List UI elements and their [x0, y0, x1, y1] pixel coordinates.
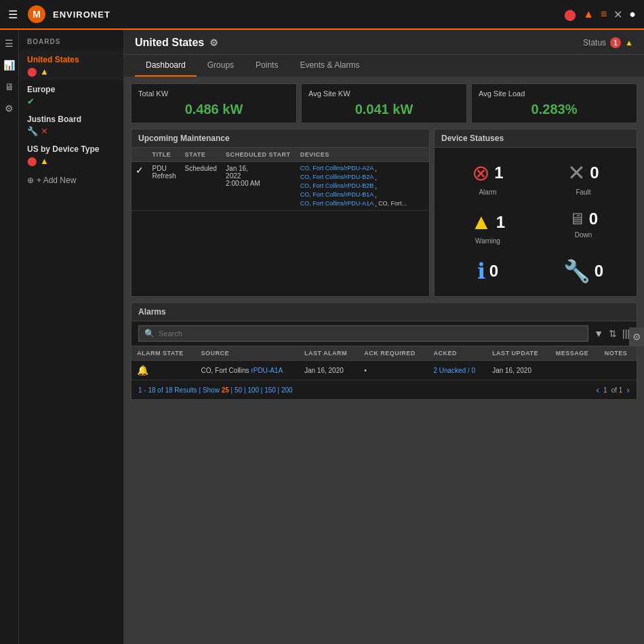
kw-card-total-title: Total KW: [138, 89, 289, 98]
down-icon-count: 🖥 0: [569, 209, 598, 228]
sidebar-item-us-device-type[interactable]: US by Device Type ⬤ ▲: [19, 140, 123, 170]
content-status: Status 1 ▲: [583, 37, 633, 54]
main-layout: ☰ 📊 🖥 ⚙ BOARDS United States ⬤ ▲ Europe …: [0, 30, 644, 644]
sidebar: BOARDS United States ⬤ ▲ Europe ✔ Justin…: [19, 30, 124, 644]
table-row: ✓ PDURefresh Scheduled Jan 16,20222:00:0…: [132, 162, 429, 211]
device-link-1[interactable]: CO, Fort Collins/rPDU-A2A: [300, 165, 374, 172]
right-gear-button[interactable]: ⚙: [629, 327, 644, 346]
tab-events-alarms[interactable]: Events & Alarms: [289, 55, 370, 77]
status-item-warning: ▲ 1 Warning: [440, 203, 536, 251]
rail-device-icon[interactable]: 🖥: [2, 79, 17, 95]
alarms-header-row: Alarms: [132, 303, 637, 321]
down-icon: 🖥: [569, 209, 585, 228]
maint-col-state: STATE: [181, 148, 222, 162]
signal-icon[interactable]: ≡: [601, 8, 607, 20]
device-statuses-header: Device Statuses: [435, 129, 637, 148]
maintenance-header: Upcoming Maintenance: [132, 129, 429, 148]
device-link-4[interactable]: CO, Fort Collins/rPDU-B1A: [300, 191, 374, 199]
sidebar-item-us-device-label: US by Device Type: [27, 144, 115, 154]
alarm-label: Alarm: [479, 188, 496, 196]
alarms-col-ack-required: ACK REQUIRED: [359, 346, 428, 361]
alarm-count: 1: [494, 163, 503, 182]
maintenance-count: 0: [595, 262, 603, 281]
device-link-2[interactable]: CO, Fort Collins/rPDU-B2A: [300, 174, 374, 181]
device-link-3[interactable]: CO, Fort Collins/rPDU-B2B: [300, 182, 374, 190]
topbar-icons: ⬤ ▲ ≡ ✕ ●: [564, 8, 636, 21]
icon-rail: ☰ 📊 🖥 ⚙: [0, 30, 19, 644]
down-count: 0: [589, 209, 598, 228]
info-icon-count: ℹ 0: [477, 258, 498, 284]
rail-chart-icon[interactable]: 📊: [1, 57, 18, 73]
menu-icon[interactable]: ☰: [8, 8, 18, 21]
next-page-button[interactable]: ›: [626, 384, 630, 395]
alarms-icons-right: ▼ ⇅ |||: [594, 328, 630, 339]
tab-groups[interactable]: Groups: [197, 55, 245, 77]
sidebar-item-us-icons: ⬤ ▲: [27, 66, 115, 77]
sidebar-item-europe[interactable]: Europe ✔: [19, 81, 123, 110]
maintenance-status-icon: 🔧: [563, 258, 590, 284]
rail-menu-icon[interactable]: ☰: [2, 35, 16, 52]
fault-icon-count: ✕ 0: [567, 160, 599, 186]
tab-points[interactable]: Points: [245, 55, 289, 77]
alarm-acked-link[interactable]: 2 Unacked / 0: [433, 367, 475, 374]
sidebar-item-europe-label: Europe: [27, 85, 115, 94]
footer-size-50[interactable]: 50: [235, 386, 242, 394]
alarm-state-cell: 🔔: [132, 361, 195, 380]
footer-size-200[interactable]: 200: [281, 386, 293, 394]
maint-row-state: Scheduled: [181, 162, 222, 211]
sort-icon[interactable]: ⇅: [609, 328, 617, 339]
kw-cards-row: Total KW 0.486 kW Avg Site KW 0.041 kW A…: [131, 83, 637, 123]
user-icon[interactable]: ●: [629, 8, 636, 20]
kw-card-avg-site-value: 0.041 kW: [308, 102, 460, 117]
rail-settings-icon[interactable]: ⚙: [2, 100, 16, 117]
content-gear-icon[interactable]: ⚙: [209, 37, 218, 48]
maintenance-title: Upcoming Maintenance: [138, 134, 230, 143]
maint-row-title: PDURefresh: [148, 162, 181, 211]
search-input[interactable]: [159, 329, 582, 338]
us-device-alarm-icon: ⬤: [27, 156, 37, 166]
alarm-source-link[interactable]: rPDU-A1A: [251, 367, 283, 374]
statuses-grid: ⊗ 1 Alarm ✕ 0 Faul: [435, 148, 637, 296]
device-statuses-title: Device Statuses: [441, 134, 504, 143]
alarms-col-message: MESSAGE: [550, 346, 599, 361]
alarms-col-notes: NOTES: [599, 346, 637, 361]
maintenance-panel: Upcoming Maintenance TITLE STATE SCHEDUL…: [131, 129, 430, 297]
device-link-5[interactable]: CO, Fort Collins/rPDU-A1A: [300, 200, 374, 207]
us-device-warning-icon: ▲: [40, 156, 49, 166]
prev-page-button[interactable]: ‹: [596, 384, 599, 395]
alarms-col-acked: ACKED: [428, 346, 487, 361]
us-warning-icon: ▲: [40, 66, 49, 77]
status-badge: 1: [610, 37, 621, 48]
sidebar-item-us-device-icons: ⬤ ▲: [27, 156, 115, 166]
alarm-source-prefix: CO, Fort Collins: [201, 367, 251, 374]
pagination: ‹ 1 of 1 ›: [596, 384, 630, 395]
tab-dashboard[interactable]: Dashboard: [135, 55, 197, 77]
justins-x-icon: ✕: [41, 126, 48, 136]
footer-size-100[interactable]: 100: [247, 386, 259, 394]
footer-size-150[interactable]: 150: [264, 386, 276, 394]
search-input-wrapper: 🔍: [138, 325, 588, 342]
info-icon: ℹ: [477, 258, 485, 284]
sidebar-item-us-label: United States: [27, 55, 115, 64]
maint-col-check: [132, 148, 148, 162]
warning-label: Warning: [475, 237, 500, 245]
content-area: United States ⚙ Status 1 ▲ Dashboard Gro…: [124, 30, 644, 644]
app-title: ENVIRONET: [53, 9, 110, 20]
alarm-notes-cell: [599, 361, 637, 380]
content-header: United States ⚙ Status 1 ▲: [124, 30, 644, 55]
alert-red-icon[interactable]: ⬤: [564, 8, 576, 21]
alarms-footer: 1 - 18 of 18 Results | Show 25 | 50 | 10…: [132, 380, 637, 399]
wrench-icon[interactable]: ✕: [613, 8, 622, 21]
footer-size-25[interactable]: 25: [222, 386, 229, 394]
dashboard-content: Total KW 0.486 kW Avg Site KW 0.041 kW A…: [124, 77, 644, 644]
tabs-bar: Dashboard Groups Points Events & Alarms: [124, 55, 644, 77]
kw-card-avg-load-value: 0.283%: [479, 102, 630, 117]
sidebar-item-justins-board[interactable]: Justins Board 🔧 ✕: [19, 110, 123, 140]
filter-icon[interactable]: ▼: [594, 328, 603, 339]
status-item-alarm: ⊗ 1 Alarm: [440, 153, 536, 203]
status-item-maintenance: 🔧 0: [536, 251, 631, 291]
alert-orange-icon[interactable]: ▲: [583, 8, 594, 20]
add-new-button[interactable]: ⊕ + Add New: [19, 170, 123, 190]
sidebar-item-united-states[interactable]: United States ⬤ ▲: [19, 51, 123, 81]
warning-icon-count: ▲ 1: [470, 209, 505, 235]
